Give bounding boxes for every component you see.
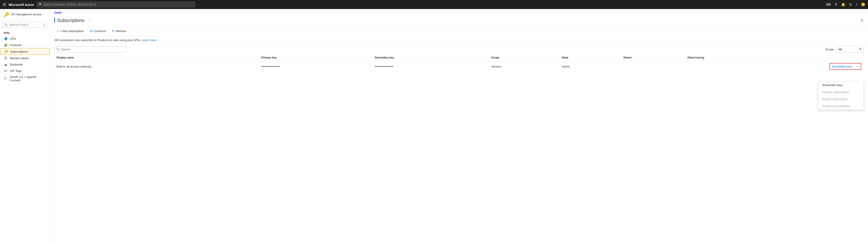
products-icon: 🧩: [4, 43, 8, 47]
upload-icon[interactable]: ⬆: [835, 2, 837, 6]
panel-title-bar: [54, 18, 55, 23]
cell-allow-tracing: Show/hide keys ···: [685, 61, 864, 72]
breadcrumb-home-link[interactable]: Home: [54, 11, 61, 14]
content-panel: Home › Subscriptions ··· ✕ + + Add subsc…: [50, 9, 868, 244]
add-subscription-label: + Add subscription: [60, 29, 84, 33]
cell-state: Active: [559, 61, 621, 72]
subscriptions-table-container: Display name Primary key Secondary key S…: [50, 54, 868, 72]
sidebar-header: 🔑 API Management service: [0, 9, 50, 20]
columns-button[interactable]: ≡≡ Columns: [87, 28, 109, 34]
sidebar-item-oauth-label: OAuth 2.0 + OpenID Connect: [10, 75, 46, 82]
breadcrumb: Home ›: [50, 9, 868, 16]
subscriptions-icon: 🔑: [4, 50, 8, 53]
cell-owner: [621, 61, 685, 72]
cell-primary-key: ••••••••••••••••••: [259, 61, 373, 72]
refresh-button[interactable]: ↻ Refresh: [110, 28, 129, 34]
global-search-input[interactable]: [43, 3, 193, 6]
sidebar-item-apis-label: APIs: [10, 37, 16, 40]
col-display-name: Display name: [54, 54, 259, 61]
scope-row: 🔍 Scope All Product API Global: [50, 44, 868, 54]
sidebar-item-named-values-label: Named values: [10, 57, 29, 60]
panel-more-button[interactable]: ···: [88, 19, 90, 22]
subscriptions-table: Display name Primary key Secondary key S…: [54, 54, 864, 72]
col-allow-tracing: Allow tracing: [685, 54, 864, 61]
panel-title: Subscriptions: [57, 18, 84, 23]
columns-label: Columns: [94, 29, 106, 33]
cloud-shell-icon[interactable]: ⌨: [826, 2, 831, 6]
context-menu-submit: Submit subscription: [818, 96, 863, 102]
sidebar-item-api-tags-label: API Tags: [10, 69, 22, 72]
sidebar-item-oauth[interactable]: 🛡 OAuth 2.0 + OpenID Connect: [0, 74, 50, 83]
search-icon: 🔍: [39, 3, 42, 6]
main-layout: 🔑 API Management service 🔍 « APIs 🔷 APIs…: [0, 9, 868, 244]
named-values-icon: ☰: [4, 56, 8, 60]
notifications-icon[interactable]: 🔔: [841, 2, 845, 6]
api-tags-icon: 🏷: [4, 69, 8, 72]
oauth-icon: 🛡: [4, 77, 7, 81]
sidebar-item-backends-label: Backends: [10, 63, 23, 66]
context-menu-show-hide[interactable]: Show/hide keys: [818, 82, 863, 89]
add-subscription-button[interactable]: + + Add subscription: [54, 28, 86, 34]
sidebar-search-input[interactable]: [9, 23, 42, 26]
scope-label: Scope: [825, 48, 834, 51]
columns-icon: ≡≡: [90, 29, 93, 33]
collapse-sidebar-button[interactable]: «: [43, 23, 45, 27]
service-icon: 🔑: [4, 12, 9, 17]
panel-header: Subscriptions ··· ✕: [50, 16, 868, 26]
sidebar-item-backends[interactable]: ☁ Backends: [0, 61, 50, 67]
sidebar-item-subscriptions[interactable]: 🔑 Subscriptions: [0, 48, 50, 55]
refresh-icon: ↻: [112, 29, 115, 33]
show-hide-keys-button[interactable]: Show/hide keys: [830, 64, 854, 69]
breadcrumb-separator: ›: [63, 11, 64, 14]
learn-more-link[interactable]: Learn more: [142, 38, 156, 42]
sidebar-item-api-tags[interactable]: 🏷 API Tags: [0, 67, 50, 74]
feedback-icon[interactable]: 🙂: [861, 2, 865, 6]
table-search-icon: 🔍: [56, 48, 60, 51]
col-owner: Owner: [621, 54, 685, 61]
sidebar-item-products[interactable]: 🧩 Products: [0, 42, 50, 48]
show-hide-highlight: Show/hide keys ···: [830, 63, 861, 70]
cell-display-name: Built-in all-access subscrip...: [54, 61, 259, 72]
context-menu-suspend: Suspend subscription: [818, 102, 863, 110]
table-row: Built-in all-access subscrip... ••••••••…: [54, 61, 864, 72]
cell-scope: Service: [489, 61, 559, 72]
context-menu-activate: Activate subscription: [818, 89, 863, 96]
col-state: State: [559, 54, 621, 61]
toolbar: + + Add subscription ≡≡ Columns ↻ Refres…: [50, 26, 868, 36]
info-text: API consumers can subscribe to Products …: [54, 38, 141, 42]
table-search-input[interactable]: [61, 48, 125, 51]
help-icon[interactable]: ?: [856, 3, 857, 6]
apis-icon: 🔷: [4, 37, 8, 40]
cell-secondary-key: ••••••••••••••••••: [373, 61, 489, 72]
sidebar-search-icon: 🔍: [4, 23, 8, 26]
sidebar-item-apis[interactable]: 🔷 APIs: [0, 35, 50, 42]
context-menu: Show/hide keys Activate subscription Sub…: [818, 81, 864, 110]
global-search-box[interactable]: 🔍: [37, 2, 195, 7]
add-icon: +: [57, 29, 59, 33]
panel-close-button[interactable]: ✕: [861, 18, 864, 23]
info-bar: API consumers can subscribe to Products …: [50, 36, 868, 44]
service-name: API Management service: [11, 13, 41, 16]
table-header-row: Display name Primary key Secondary key S…: [54, 54, 864, 61]
col-scope: Scope: [489, 54, 559, 61]
refresh-label: Refresh: [116, 29, 126, 33]
top-navigation: ☰ Microsoft Azure 🔍 ⌨ ⬆ 🔔 ⚙ ? 🙂: [0, 0, 868, 9]
app-logo: Microsoft Azure: [8, 3, 34, 6]
sidebar-item-subscriptions-label: Subscriptions: [10, 50, 28, 53]
sidebar-item-products-label: Products: [10, 43, 22, 47]
sidebar-search-box[interactable]: 🔍 «: [2, 22, 47, 28]
row-more-button[interactable]: ···: [855, 63, 861, 69]
hamburger-menu[interactable]: ☰: [3, 2, 6, 7]
scope-select[interactable]: All Product API Global: [836, 46, 864, 53]
backends-icon: ☁: [4, 63, 8, 66]
sidebar: 🔑 API Management service 🔍 « APIs 🔷 APIs…: [0, 9, 50, 244]
settings-icon[interactable]: ⚙: [849, 2, 852, 6]
sidebar-section-apis-label: APIs: [0, 30, 50, 35]
col-secondary-key: Secondary key: [373, 54, 489, 61]
allow-tracing-cell: Show/hide keys ···: [687, 63, 861, 70]
col-primary-key: Primary key: [259, 54, 373, 61]
sidebar-item-named-values[interactable]: ☰ Named values: [0, 55, 50, 61]
table-search-box[interactable]: 🔍: [54, 46, 127, 53]
topnav-icon-group: ⌨ ⬆ 🔔 ⚙ ? 🙂: [826, 2, 865, 6]
